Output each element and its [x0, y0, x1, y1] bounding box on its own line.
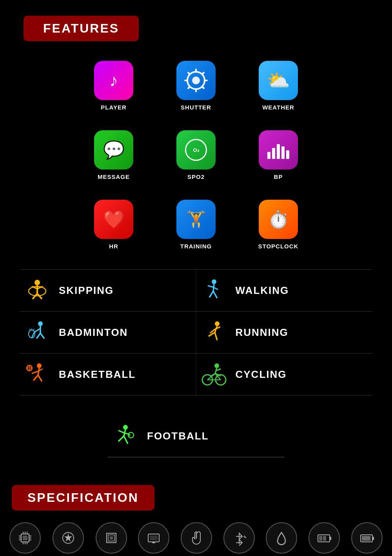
- svg-point-41: [215, 321, 220, 326]
- activity-badminton: BADMINTON: [20, 312, 196, 354]
- app-row-3: ❤️ HR 🏋️ TRAINING ⏱️ STOPCLOCK: [92, 200, 300, 250]
- specification-title: SPECIFICATION: [27, 490, 139, 505]
- activity-cycling: CYCLING: [196, 354, 373, 396]
- svg-point-17: [38, 321, 43, 326]
- spec-compat: Compatible system Android4.01SO7.0: [51, 522, 86, 556]
- spec-screen-mat: Screen material Tempered glass: [94, 522, 129, 556]
- battery-type-icon: [309, 522, 340, 554]
- training-icon: 🏋️: [176, 200, 216, 239]
- hr-icon: ❤️: [94, 200, 133, 239]
- running-label: RUNNING: [236, 326, 289, 339]
- app-training[interactable]: 🏋️ TRAINING: [174, 200, 218, 250]
- svg-rect-97: [372, 537, 374, 540]
- waterproof-icon: [266, 522, 297, 554]
- basketball-icon: [24, 361, 51, 388]
- cycling-label: CYCLING: [236, 368, 287, 381]
- bp-bar-5: [286, 150, 289, 159]
- svg-point-27: [37, 363, 42, 368]
- svg-line-3: [202, 73, 204, 74]
- spec-battery-cap: Battery capacity 150mAh: [349, 522, 384, 556]
- app-spo2[interactable]: O₂ SPO2: [174, 130, 218, 180]
- screen-mat-icon: [96, 522, 127, 554]
- svg-point-47: [214, 363, 219, 368]
- skipping-label: SKIPPING: [59, 284, 114, 297]
- bp-bars: [267, 141, 289, 159]
- svg-line-60: [124, 436, 128, 444]
- svg-rect-95: [323, 536, 326, 541]
- svg-rect-81: [110, 536, 113, 540]
- spec-screen-size: Screen size 1.22 inch: [136, 522, 171, 556]
- svg-point-1: [192, 77, 200, 84]
- svg-rect-83: [150, 536, 158, 540]
- activity-football-row: FOOTBALL: [108, 415, 284, 458]
- features-header: FEATURES: [24, 16, 139, 41]
- basketball-label: BASKETBALL: [59, 368, 136, 381]
- svg-line-61: [118, 430, 124, 433]
- svg-line-43: [209, 332, 215, 336]
- svg-line-26: [33, 329, 34, 330]
- svg-line-38: [213, 291, 217, 298]
- svg-line-7: [188, 87, 190, 88]
- svg-point-10: [34, 280, 40, 285]
- svg-line-29: [33, 375, 38, 381]
- features-title: FEATURES: [43, 21, 119, 35]
- cycling-icon: [200, 361, 228, 388]
- spec-touch: Touch type Full screen touch: [179, 522, 214, 556]
- chip-icon: [9, 522, 41, 554]
- walking-label: WALKING: [236, 284, 289, 297]
- bp-icon: [259, 130, 298, 170]
- activities-left: SKIPPING: [20, 269, 196, 396]
- activities-section: SKIPPING: [20, 269, 372, 396]
- activity-football: FOOTBALL: [108, 415, 284, 457]
- app-weather[interactable]: ⛅ WEATHER: [257, 61, 300, 111]
- running-icon: [200, 319, 228, 346]
- svg-line-30: [38, 375, 42, 381]
- svg-line-48: [215, 368, 217, 374]
- badminton-label: BADMINTON: [59, 326, 128, 339]
- hr-label: HR: [109, 243, 118, 250]
- spec-battery-type: Type of battery Polymer soft pack: [307, 522, 342, 556]
- app-player[interactable]: ♪ PLAYER: [92, 61, 135, 111]
- svg-line-45: [215, 327, 220, 329]
- svg-rect-93: [330, 537, 331, 540]
- app-row-1: ♪ PLAYER SHUTTER: [92, 61, 300, 111]
- svg-line-28: [38, 368, 39, 375]
- message-icon: 💬: [94, 130, 133, 170]
- app-bp[interactable]: BP: [257, 130, 300, 180]
- activities-right: WALKING RUNNING: [196, 269, 373, 396]
- touch-icon: [181, 522, 212, 554]
- app-row-2: 💬 MESSAGE O₂ SPO2 BP: [92, 130, 300, 180]
- svg-point-35: [212, 279, 216, 284]
- spo2-text: O₂: [185, 139, 207, 161]
- skipping-icon: [24, 277, 51, 304]
- svg-line-31: [32, 371, 38, 374]
- svg-line-19: [36, 333, 40, 339]
- bp-label: BP: [274, 173, 283, 180]
- spo2-icon: O₂: [176, 130, 216, 170]
- bp-bar-4: [281, 146, 285, 159]
- stopclock-label: STOPCLOCK: [258, 243, 299, 250]
- shutter-label: SHUTTER: [181, 104, 211, 111]
- bp-bar-2: [272, 148, 275, 159]
- player-icon: ♪: [94, 61, 133, 100]
- app-shutter[interactable]: SHUTTER: [174, 61, 218, 111]
- spec-waterproof: Waterproof level IP67: [264, 522, 299, 556]
- svg-line-9: [188, 73, 190, 74]
- football-icon: [112, 422, 139, 450]
- activity-walking: WALKING: [196, 269, 373, 312]
- app-stopclock[interactable]: ⏱️ STOPCLOCK: [257, 200, 300, 250]
- svg-line-25: [29, 329, 30, 330]
- bluetooth-icon: [223, 522, 255, 554]
- weather-icon: ⛅: [259, 61, 298, 100]
- app-message[interactable]: 💬 MESSAGE: [92, 130, 135, 180]
- weather-label: WEATHER: [262, 104, 294, 111]
- screen-size-icon: [138, 522, 169, 554]
- svg-point-57: [123, 425, 128, 430]
- svg-line-20: [40, 333, 44, 339]
- activity-basketball: BASKETBALL: [20, 354, 196, 396]
- training-label: TRAINING: [180, 243, 212, 250]
- app-hr[interactable]: ❤️ HR: [92, 200, 135, 250]
- walking-icon: [200, 277, 228, 304]
- spo2-label: SPO2: [187, 173, 205, 180]
- badminton-icon: [24, 319, 51, 346]
